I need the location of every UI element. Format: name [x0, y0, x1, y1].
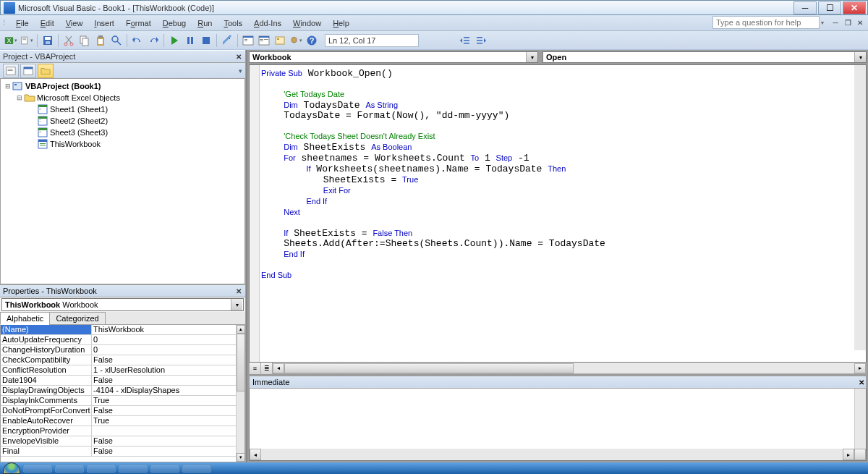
view-code-button[interactable]	[3, 64, 19, 78]
view-object-button[interactable]	[20, 64, 36, 78]
mdi-minimize-button[interactable]: ─	[830, 17, 841, 27]
save-button[interactable]	[41, 33, 55, 48]
properties-grid[interactable]: (Name)ThisWorkbookAutoUpdateFrequency0Ch…	[0, 325, 245, 462]
reset-button[interactable]	[199, 33, 213, 48]
property-row[interactable]: EncryptionProvider	[1, 426, 236, 436]
code-vertical-scrollbar[interactable]	[854, 65, 866, 350]
menu-addins[interactable]: Add-Ins	[248, 15, 287, 31]
task-button[interactable]	[23, 464, 52, 473]
property-row[interactable]: (Name)ThisWorkbook	[1, 325, 236, 335]
properties-scrollbar[interactable]: ▴ ▾	[236, 325, 244, 462]
procedure-view-button[interactable]: ≡	[250, 363, 261, 374]
mdi-close-button[interactable]: ✕	[855, 17, 865, 27]
minimize-button[interactable]: ─	[793, 1, 817, 14]
tab-alphabetic[interactable]: Alphabetic	[0, 312, 50, 325]
object-browser-button[interactable]	[273, 33, 287, 48]
property-row[interactable]: DisplayDrawingObjects-4104 - xlDisplaySh…	[1, 386, 236, 396]
svg-rect-28	[276, 37, 284, 44]
full-module-view-button[interactable]: ≣	[261, 363, 273, 374]
tree-item[interactable]: Sheet1 (Sheet1)	[2, 103, 243, 115]
task-button[interactable]	[150, 464, 179, 473]
immediate-horizontal-scrollbar[interactable]: ◂ ▸	[250, 449, 866, 460]
scroll-up-icon[interactable]: ▴	[237, 325, 245, 334]
design-mode-button[interactable]	[220, 33, 234, 48]
mdi-restore-button[interactable]: ❐	[843, 17, 853, 27]
menu-tools[interactable]: Tools	[218, 15, 248, 31]
menu-help[interactable]: Help	[327, 15, 355, 31]
menu-window[interactable]: Window	[287, 15, 327, 31]
project-panel-close[interactable]: ✕	[234, 51, 244, 62]
undo-button[interactable]	[130, 33, 145, 48]
cut-button[interactable]	[61, 33, 76, 48]
break-button[interactable]	[183, 33, 197, 48]
procedure-dropdown[interactable]: Open ▾	[542, 51, 867, 63]
help-button[interactable]: ?	[305, 33, 319, 48]
properties-object-selector[interactable]: ThisWorkbook Workbook ▾	[1, 298, 244, 311]
task-button[interactable]	[87, 464, 116, 473]
view-excel-button[interactable]: X	[4, 33, 18, 48]
tree-item[interactable]: ⊟Microsoft Excel Objects	[2, 92, 243, 103]
menu-insert[interactable]: Insert	[88, 15, 120, 31]
tree-item[interactable]: ⊟VBAProject (Book1)	[2, 80, 243, 92]
tree-item[interactable]: ThisWorkbook	[2, 138, 243, 150]
property-row[interactable]: ChangeHistoryDuration0	[1, 345, 236, 355]
property-row[interactable]: CheckCompatibilityFalse	[1, 355, 236, 365]
code-editor[interactable]: Private Sub Workbook_Open() 'Get Todays …	[249, 64, 867, 363]
menu-debug[interactable]: Debug	[157, 15, 192, 31]
property-row[interactable]: DisplayInkCommentsTrue	[1, 396, 236, 406]
maximize-button[interactable]: ☐	[818, 1, 841, 14]
task-button[interactable]	[55, 464, 84, 473]
property-row[interactable]: AutoUpdateFrequency0	[1, 335, 236, 345]
dropdown-icon[interactable]: ▾	[526, 52, 537, 62]
task-button[interactable]	[119, 464, 148, 473]
indent-button[interactable]	[474, 33, 488, 48]
find-button[interactable]	[109, 33, 124, 48]
dropdown-icon[interactable]: ▾	[854, 52, 866, 62]
scrollbar-thumb[interactable]	[284, 363, 574, 373]
menu-view[interactable]: View	[60, 15, 89, 31]
property-row[interactable]: ConflictResolution1 - xlUserResolution	[1, 365, 236, 376]
insert-item-button[interactable]	[20, 33, 34, 48]
close-button[interactable]: ✕	[843, 1, 866, 14]
code-text[interactable]: Private Sub Workbook_Open() 'Get Todays …	[261, 68, 605, 281]
scroll-left-icon[interactable]: ◂	[273, 363, 284, 373]
tree-item[interactable]: Sheet3 (Sheet3)	[2, 127, 243, 138]
scroll-right-icon[interactable]: ▸	[854, 363, 866, 373]
menu-run[interactable]: Run	[192, 15, 218, 31]
scroll-left-icon[interactable]: ◂	[250, 449, 261, 460]
menu-edit[interactable]: Edit	[35, 15, 60, 31]
project-tree[interactable]: ⊟VBAProject (Book1)⊟Microsoft Excel Obje…	[0, 79, 245, 284]
properties-window-button[interactable]	[257, 33, 271, 48]
menu-format[interactable]: Format	[120, 15, 157, 31]
outdent-button[interactable]	[458, 33, 472, 48]
help-search-input[interactable]	[712, 16, 820, 29]
panel-collapse-icon[interactable]: ▾	[239, 67, 242, 75]
copy-button[interactable]	[77, 33, 92, 48]
property-row[interactable]: EnvelopeVisibleFalse	[1, 436, 236, 447]
property-row[interactable]: FinalFalse	[1, 447, 236, 457]
property-row[interactable]: EnableAutoRecoverTrue	[1, 416, 236, 426]
run-button[interactable]	[167, 33, 182, 48]
code-horizontal-scrollbar[interactable]: ◂ ▸	[273, 363, 866, 373]
tree-item[interactable]: Sheet2 (Sheet2)	[2, 115, 243, 127]
scroll-right-icon[interactable]: ▸	[843, 449, 854, 460]
redo-button[interactable]	[146, 33, 161, 48]
properties-panel-close[interactable]: ✕	[234, 286, 244, 296]
property-row[interactable]: DoNotPromptForConvertFalse	[1, 406, 236, 416]
paste-button[interactable]	[93, 33, 108, 48]
immediate-close[interactable]: ✕	[859, 378, 864, 386]
toolbox-button[interactable]	[289, 33, 303, 48]
project-explorer-button[interactable]	[241, 33, 255, 48]
scroll-down-icon[interactable]: ▾	[237, 453, 245, 462]
start-button[interactable]	[3, 462, 20, 474]
object-dropdown[interactable]: Workbook ▾	[249, 51, 538, 63]
task-button[interactable]	[182, 464, 211, 473]
scrollbar-thumb[interactable]	[237, 334, 245, 392]
dropdown-icon[interactable]: ▾	[231, 299, 242, 310]
property-row[interactable]: Date1904False	[1, 376, 236, 386]
tab-categorized[interactable]: Categorized	[49, 312, 105, 325]
menu-file[interactable]: File	[10, 15, 35, 31]
toggle-folders-button[interactable]	[38, 64, 54, 78]
immediate-vertical-scrollbar[interactable]	[854, 389, 866, 449]
immediate-input[interactable]: ◂ ▸	[249, 389, 867, 461]
